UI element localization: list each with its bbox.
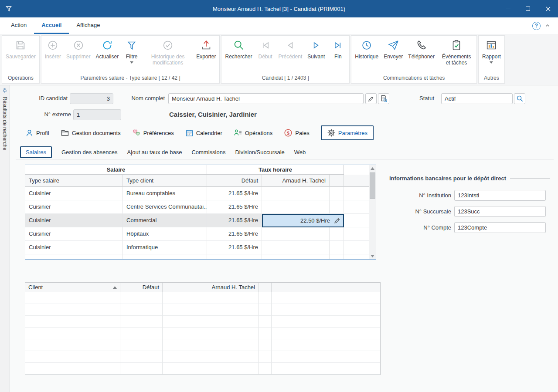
pencil-icon [367,95,374,102]
col-client[interactable]: Client [25,283,120,292]
table-row-selected[interactable]: Cuisinier Commercial 21.65 $/Hre 22.50 $… [25,214,369,227]
send-button[interactable]: Envoyer [381,37,405,61]
close-button[interactable] [538,0,558,17]
subtab-gestion-absences[interactable]: Gestion des absences [61,149,118,155]
statut-field[interactable] [441,93,513,104]
search-results-panel-tab[interactable]: Résultats de recherche [0,85,10,392]
modification-history-button[interactable]: Historique des modifications [142,37,194,68]
table-row[interactable]: Cuisinier Centre Services Communautai...… [25,200,369,214]
empty-row[interactable] [25,304,380,316]
scrollbar-thumb[interactable] [370,172,375,199]
subtab-division-succursale[interactable]: Division/Succursale [235,149,284,155]
button-label: Suivant [307,54,325,60]
tab-profil[interactable]: Profil [25,129,49,137]
id-candidat-label: ID candidat [20,95,68,101]
succursale-field[interactable] [454,206,546,217]
hearts-icon [132,128,141,137]
tab-gestion-documents[interactable]: Gestion documents [61,128,121,137]
save-button[interactable]: Sauvegarder [3,37,38,61]
cell-defaut: 21.65 $/Hre [207,200,262,214]
empty-row[interactable] [25,339,380,351]
delete-button[interactable]: Supprimer [64,37,93,61]
table-row[interactable]: Cuisinier Hôpitaux 21.65 $/Hre [25,227,369,241]
first-record-button[interactable]: Début [255,37,276,61]
help-button[interactable]: ? [532,22,541,30]
edit-rate-pencil-icon[interactable] [333,217,341,224]
group-label: Communications et tâches [352,74,476,83]
nom-complet-field[interactable] [168,93,364,104]
group-label: Paramètres salaire - Type salaire [ 12 /… [42,74,219,83]
group-header-salaire: Salaire [25,165,207,175]
client-table-header: Client Défaut Arnaud H. Tachel [25,283,380,292]
table-row[interactable]: Cuisinier Informatique 21.65 $/Hre [25,241,369,254]
search-button[interactable]: Rechercher [222,37,255,61]
tab-operations[interactable]: Opérations [234,128,273,137]
person-list-icon [234,128,242,137]
next-record-button[interactable]: Suivant [305,37,327,61]
empty-row[interactable] [25,316,380,328]
filter-button[interactable]: Filtre [121,37,142,65]
button-label: Rapport [482,54,501,60]
previous-record-button[interactable]: Précédent [276,37,305,61]
tab-label: Calendrier [196,130,222,136]
subtab-web[interactable]: Web [294,149,306,155]
close-icon [546,7,551,11]
refresh-button[interactable]: Actualiser [93,37,121,61]
export-button[interactable]: Exporter [194,37,218,61]
insert-button[interactable]: Insérer [42,37,64,61]
button-label: Actualiser [95,54,119,60]
table-row-partial[interactable]: Secrétaire Assurances 15.00 $/Hre [25,254,369,259]
id-candidat-field[interactable] [70,93,113,104]
tab-parametres[interactable]: Paramètres [321,125,374,140]
scroll-up-button[interactable] [369,165,376,172]
vertical-scrollbar[interactable] [369,165,376,259]
no-externe-field[interactable] [73,109,121,120]
preview-document-button[interactable] [378,93,389,104]
tab-affichage[interactable]: Affichage [69,17,107,34]
selected-rate-cell[interactable]: 22.50 $/Hre [262,214,344,227]
phone-button[interactable]: Téléphoner [405,37,437,61]
last-icon [332,38,344,53]
col-arnaud-tachel[interactable]: Arnaud H. Tachel [163,283,259,292]
subtab-commissions[interactable]: Commissions [191,149,225,155]
previous-icon [284,38,296,53]
cell-type-salaire: Cuisinier [25,214,123,227]
col-type-client[interactable]: Type client [123,175,207,187]
col-type-salaire[interactable]: Type salaire [25,175,123,187]
cell-type-client: Centre Services Communautai... [123,200,207,214]
cell-type-client: Bureau comptables [123,187,207,200]
tab-calendrier[interactable]: Calendrier [185,129,222,137]
ribbon: Sauvegarder Opérations Insérer Supprimer… [0,34,558,85]
table-row[interactable]: Cuisinier Bureau comptables 21.65 $/Hre [25,187,369,200]
collapse-ribbon-icon[interactable] [545,23,550,28]
statut-lookup-button[interactable] [514,93,525,104]
scroll-down-button[interactable] [369,253,376,259]
last-record-button[interactable]: Fin [327,37,348,61]
minimize-icon [506,9,510,9]
col-client-label: Client [28,283,43,292]
events-tasks-button[interactable]: Événements et tâches [437,37,476,68]
report-button[interactable]: Rapport [480,37,504,65]
col-arnaud-tachel[interactable]: Arnaud H. Tachel [262,175,330,187]
tab-accueil[interactable]: Accueil [34,17,69,34]
minimize-button[interactable] [498,0,518,17]
empty-row[interactable] [25,351,380,363]
empty-row[interactable] [25,328,380,339]
subtab-salaires[interactable]: Salaires [20,146,52,158]
compte-field[interactable] [454,222,546,233]
tab-paies[interactable]: $ Paies [284,128,310,137]
dropdown-caret-icon [490,61,493,64]
succursale-label: N° Succursale [390,208,451,215]
tab-preferences[interactable]: Préférences [132,128,174,137]
tab-action[interactable]: Action [3,17,34,34]
edit-name-button[interactable] [365,93,377,104]
empty-row[interactable] [25,363,380,375]
subtab-ajout-taux-base[interactable]: Ajout au taux de base [127,149,182,155]
institution-field[interactable] [454,190,546,201]
maximize-button[interactable] [518,0,538,17]
col-defaut[interactable]: Défaut [207,175,262,187]
communication-history-button[interactable]: Historique [352,37,381,61]
col-defaut[interactable]: Défaut [120,283,163,292]
empty-row[interactable] [25,292,380,304]
column-header-row: Type salaire Type client Défaut Arnaud H… [25,175,369,187]
